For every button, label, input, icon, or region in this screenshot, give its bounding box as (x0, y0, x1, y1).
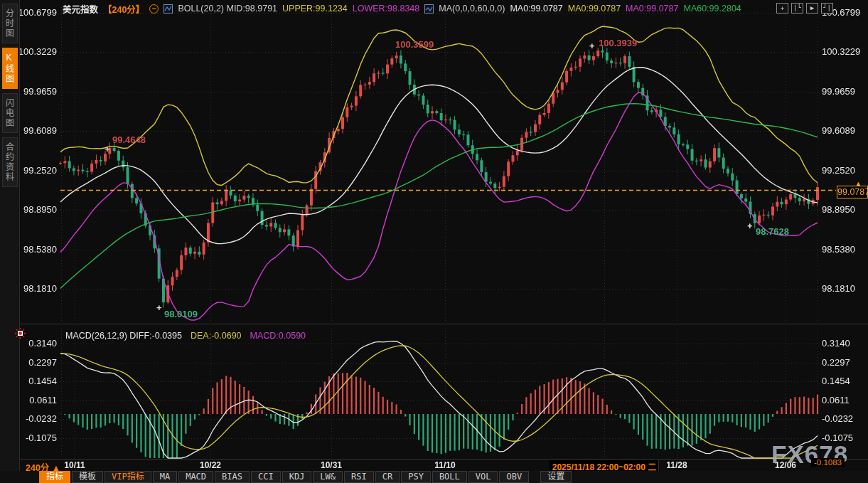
symbol-name: 美元指数 (63, 2, 98, 16)
ma60-value: MA60:99.2804 (683, 4, 741, 14)
macd-header: MACD(26,12,9) DIFF:-0.0395 DEA:-0.0690 M… (65, 331, 306, 341)
price-tick-right: 98.5380 (822, 244, 855, 255)
sidebar-tab-3[interactable]: 合约资料 (2, 137, 18, 187)
toolbar-item-OBV[interactable]: OBV (499, 471, 529, 483)
price-extreme-label: 100.3599 (395, 39, 434, 50)
extreme-cross-marker: + (747, 221, 753, 231)
extreme-cross-marker: + (589, 41, 595, 51)
macd-tick-right: 0.2297 (822, 357, 850, 368)
toolbar-item-MA[interactable]: MA (153, 471, 177, 483)
current-price-badge: 99.0787 (837, 186, 868, 198)
alert-dot-icon[interactable] (15, 328, 26, 341)
price-extreme-label: 98.7628 (756, 226, 789, 237)
macd-dea-value: DEA:-0.0690 (191, 331, 242, 341)
boll-values: BOLL(20,2) MID:98.9791 (178, 4, 277, 14)
chart-header: 美元指数 【240分】 − BOLL(20,2) MID:98.9791 UPP… (63, 2, 741, 15)
axis-play-icon[interactable]: ▶ (806, 3, 818, 14)
toolbar-item-LW&[interactable]: LW& (313, 471, 343, 483)
window-controls: +|└▶┘| (776, 3, 833, 14)
ma0-magenta-value: MA0:99.0787 (626, 4, 678, 14)
extreme-cross-marker: + (105, 144, 110, 154)
toolbar-item-RSI[interactable]: RSI (344, 471, 374, 483)
price-extreme-label: 100.3939 (599, 38, 637, 48)
x-tick-label: 10/11 (64, 460, 85, 470)
extreme-cross-marker: + (156, 302, 162, 313)
toolbar-item-指标[interactable]: 指标 (39, 471, 70, 483)
toolbar-item-VIP指标[interactable]: VIP指标 (105, 471, 151, 483)
ma-params: MA(0,0,0,60,0,0) (439, 4, 505, 14)
toolbar-item-CCI[interactable]: CCI (251, 471, 281, 483)
toolbar-item-PSY[interactable]: PSY (401, 471, 431, 483)
price-chart-canvas[interactable] (0, 0, 868, 483)
toolbar-item-VOL[interactable]: VOL (468, 471, 498, 483)
macd-tick-right: -0.0232 (822, 413, 853, 424)
boll-indicator-icon[interactable] (164, 4, 173, 14)
x-tick-label: 11/10 (434, 460, 455, 470)
toolbar-item-CR[interactable]: CR (375, 471, 400, 483)
x-tick-label: 11/28 (666, 460, 687, 470)
x-axis: 10/1110/2210/3111/102025/11/18 22:00~02:… (0, 460, 868, 471)
pan-icon[interactable]: + (776, 3, 788, 14)
macd-latest-badge: -0.1083 (811, 458, 845, 467)
price-extreme-label: 99.4648 (112, 134, 146, 145)
macd-tick-right: 0.3140 (822, 338, 850, 349)
macd-params-and-diff: MACD(26,12,9) DIFF:-0.0395 (65, 331, 182, 341)
boll-lower-value: LOWER:98.8348 (353, 4, 420, 14)
toolbar-item-模板[interactable]: 模板 (72, 471, 103, 483)
indicator-toolbar: 指标模板VIP指标MAMACDBIASCCIKDJLW&RSICRPSYBOLL… (0, 471, 868, 483)
ma0-yellow-value: MA0:99.0787 (568, 4, 621, 14)
x-tick-label: 10/31 (321, 460, 342, 470)
macd-tick-right: 0.1454 (822, 376, 850, 386)
macd-tick-right: 0.0611 (822, 395, 850, 405)
price-tick-right: 99.9659 (822, 86, 855, 97)
remove-indicator-icon[interactable]: − (149, 4, 159, 14)
period-tag: 【240分】 (103, 2, 144, 16)
price-tick-right: 98.1810 (822, 283, 855, 294)
axis-left-icon[interactable]: |└ (791, 3, 803, 14)
ma-indicator-icon[interactable] (424, 4, 434, 14)
ma0-white-value: MA0:99.0787 (510, 4, 562, 14)
toolbar-item-MACD[interactable]: MACD (178, 471, 213, 483)
price-tick-right: 100.3229 (822, 46, 860, 57)
price-tick-right: 99.2520 (822, 165, 855, 176)
price-tick-right: 99.6089 (822, 125, 855, 136)
sidebar-tab-0[interactable]: 分时图 (2, 4, 18, 43)
axis-right-icon[interactable]: ┘| (821, 3, 833, 14)
sidebar-tab-2[interactable]: 闪电图 (2, 93, 18, 133)
toolbar-item-BIAS[interactable]: BIAS (215, 471, 250, 483)
toolbar-item-BOLL[interactable]: BOLL (432, 471, 467, 483)
boll-upper-value: UPPER:99.1234 (282, 4, 348, 14)
chart-window: 分时图K线图闪电图合约资料 美元指数 【240分】 − BOLL(20,2) M… (0, 0, 868, 483)
sidebar: 分时图K线图闪电图合约资料 (0, 0, 20, 483)
x-tick-label: 10/22 (200, 460, 221, 470)
sidebar-tab-1[interactable]: K线图 (2, 48, 18, 89)
price-extreme-label: 98.0109 (164, 309, 198, 319)
macd-value: MACD:0.0590 (250, 331, 306, 341)
price-tick-right: 98.8950 (822, 204, 855, 215)
toolbar-item-设置[interactable]: 设置 (540, 471, 572, 483)
toolbar-item-KDJ[interactable]: KDJ (282, 471, 312, 483)
